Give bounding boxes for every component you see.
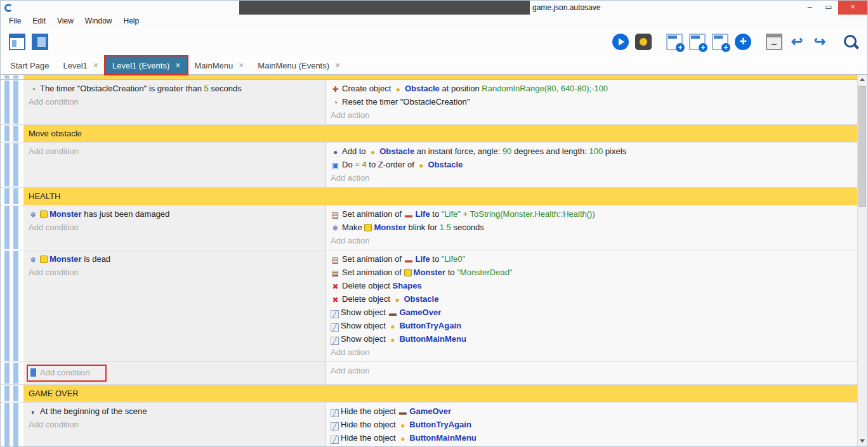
action-line[interactable]: ▣Do = 4 to Z-order of ●Obstacle xyxy=(331,159,852,172)
event-selection-bar[interactable] xyxy=(13,206,18,249)
event-selection-bar[interactable] xyxy=(4,188,10,204)
condition-line[interactable]: ❄Monster has just been damaged xyxy=(29,208,320,221)
comment-row[interactable]: GAME OVER xyxy=(1,385,857,403)
actions-cell[interactable]: ▤Set animation of ▬Life to "Life0"▤Set a… xyxy=(326,250,857,361)
actions-cell[interactable]: Add action xyxy=(326,362,857,384)
scroll-thumb[interactable] xyxy=(858,86,866,207)
add-condition-link[interactable]: Add condition xyxy=(29,266,320,279)
comment-text[interactable]: Move obstacle xyxy=(23,125,857,142)
undo-icon[interactable]: ↩ xyxy=(789,34,805,50)
menu-item-edit[interactable]: Edit xyxy=(27,16,51,25)
menu-item-file[interactable]: File xyxy=(3,16,27,25)
event-selection-bar[interactable] xyxy=(13,75,18,79)
event-block[interactable]: ◔The timer "ObstacleCreation" is greater… xyxy=(1,80,857,125)
start-page-icon[interactable] xyxy=(32,34,48,50)
conditions-cell[interactable]: ❄Monster has just been damagedAdd condit… xyxy=(23,205,326,250)
close-tab-icon[interactable]: × xyxy=(239,60,244,70)
action-line[interactable]: ▤Set animation of ▬Life to "Life" + ToSt… xyxy=(331,208,852,221)
menu-item-view[interactable]: View xyxy=(51,16,79,25)
event-block[interactable]: ❄Monster has just been damagedAdd condit… xyxy=(1,205,857,250)
add-action-link[interactable]: Add action xyxy=(331,445,852,446)
action-line[interactable]: ▤Set animation of Monster to "MonsterDea… xyxy=(331,266,852,280)
action-line[interactable]: ✚Create object ●Obstacle at position Ran… xyxy=(331,82,852,96)
conditions-cell[interactable]: ❄Monster is deadAdd condition xyxy=(23,250,326,361)
event-selection-bar[interactable] xyxy=(13,188,18,204)
event-selection-bar[interactable] xyxy=(4,385,10,401)
action-line[interactable]: ╱Hide the object ▬GameOver xyxy=(331,405,852,418)
conditions-cell[interactable]: ◐At the beginning of the sceneAdd condit… xyxy=(23,403,326,446)
comment-row[interactable]: Move obstacle xyxy=(1,125,857,143)
add-scene-icon[interactable] xyxy=(666,34,683,50)
menu-item-window[interactable]: Window xyxy=(79,16,118,25)
event-block[interactable]: Add condition●Add to ●Obstacle an instan… xyxy=(1,143,857,188)
event-selection-bar[interactable] xyxy=(4,363,10,384)
scroll-down-button[interactable] xyxy=(858,436,867,446)
project-manager-icon[interactable] xyxy=(9,34,25,50)
tab-start-page[interactable]: Start Page xyxy=(3,56,56,74)
vertical-scrollbar[interactable] xyxy=(857,75,867,446)
event-selection-bar[interactable] xyxy=(4,206,10,249)
minimize-button[interactable]: – xyxy=(800,1,819,15)
action-line[interactable]: ▤Set animation of ▬Life to "Life0" xyxy=(331,253,852,266)
add-action-link[interactable]: Add action xyxy=(331,346,852,359)
event-selection-bar[interactable] xyxy=(13,81,18,124)
action-line[interactable]: ✖Delete object ●Obstacle xyxy=(331,293,852,306)
action-line[interactable]: ✖Delete object Shapes xyxy=(331,280,852,293)
actions-cell[interactable]: ●Add to ●Obstacle an instant force, angl… xyxy=(326,143,857,187)
play-icon[interactable] xyxy=(612,34,629,50)
add-external-events-icon[interactable] xyxy=(689,34,706,50)
tab-level1-events[interactable]: Level1 (Events) × xyxy=(105,56,188,74)
event-selection-bar[interactable] xyxy=(13,251,18,361)
event-selection-bar[interactable] xyxy=(4,251,10,361)
tab-level1[interactable]: Level1 × xyxy=(56,56,105,74)
event-selection-bar[interactable] xyxy=(4,126,10,141)
add-condition-link[interactable]: Add condition xyxy=(29,96,320,108)
event-selection-bar[interactable] xyxy=(4,81,10,124)
add-object-icon[interactable] xyxy=(735,34,751,50)
comment-text[interactable]: HEALTH xyxy=(23,188,857,205)
debug-icon[interactable] xyxy=(635,34,652,50)
comment-text[interactable] xyxy=(23,75,857,79)
event-selection-bar[interactable] xyxy=(4,143,10,186)
menu-item-help[interactable]: Help xyxy=(118,16,145,25)
conditions-cell[interactable]: Add condition xyxy=(23,143,326,187)
action-line[interactable]: ╱Hide the object ●ButtonTryAgain xyxy=(331,418,852,432)
redo-icon[interactable]: ↪ xyxy=(812,34,828,50)
event-drag-handle[interactable] xyxy=(30,368,36,377)
event-selection-bar[interactable] xyxy=(13,363,18,384)
add-action-link[interactable]: Add action xyxy=(331,109,852,122)
action-line[interactable]: ╱Show object ●ButtonMainMenu xyxy=(331,333,852,346)
event-selection-bar[interactable] xyxy=(13,403,18,446)
action-line[interactable]: ●Add to ●Obstacle an instant force, angl… xyxy=(331,145,852,159)
event-block[interactable]: Add conditionAdd action xyxy=(1,362,857,385)
close-button[interactable]: × xyxy=(838,1,867,15)
project-window-icon[interactable] xyxy=(766,34,782,50)
event-block[interactable]: ◐At the beginning of the sceneAdd condit… xyxy=(1,403,857,446)
add-action-link[interactable]: Add action xyxy=(331,365,852,377)
condition-line[interactable]: ◐At the beginning of the scene xyxy=(29,405,320,418)
scroll-up-button[interactable] xyxy=(858,75,867,85)
conditions-cell[interactable]: Add condition xyxy=(23,362,326,384)
action-line[interactable]: ◔Reset the timer "ObstacleCreation" xyxy=(331,96,852,109)
add-condition-link[interactable]: Add condition xyxy=(29,221,320,234)
condition-line[interactable]: ◔The timer "ObstacleCreation" is greater… xyxy=(29,82,320,96)
actions-cell[interactable]: ╱Hide the object ▬GameOver╱Hide the obje… xyxy=(326,403,857,446)
close-tab-icon[interactable]: × xyxy=(335,60,340,70)
add-external-layout-icon[interactable] xyxy=(712,34,728,50)
actions-cell[interactable]: ✚Create object ●Obstacle at position Ran… xyxy=(326,80,857,124)
conditions-cell[interactable]: ◔The timer "ObstacleCreation" is greater… xyxy=(23,80,326,124)
comment-text[interactable]: GAME OVER xyxy=(23,385,857,402)
tab-mainmenu-events[interactable]: MainMenu (Events) × xyxy=(251,56,347,74)
tab-mainmenu[interactable]: MainMenu × xyxy=(187,56,251,74)
action-line[interactable]: ╱Hide the object ●ButtonMainMenu xyxy=(331,432,852,445)
action-line[interactable]: ╱Show object ●ButtonTryAgain xyxy=(331,320,852,333)
comment-row[interactable] xyxy=(1,75,857,80)
add-action-link[interactable]: Add action xyxy=(331,172,852,185)
actions-cell[interactable]: ▤Set animation of ▬Life to "Life" + ToSt… xyxy=(326,205,857,250)
event-selection-bar[interactable] xyxy=(13,126,18,141)
event-selection-bar[interactable] xyxy=(13,143,18,186)
event-selection-bar[interactable] xyxy=(4,75,10,79)
add-action-link[interactable]: Add action xyxy=(331,235,852,247)
event-block[interactable]: ❄Monster is deadAdd condition▤Set animat… xyxy=(1,250,857,362)
add-condition-link[interactable]: Add condition xyxy=(29,418,320,431)
